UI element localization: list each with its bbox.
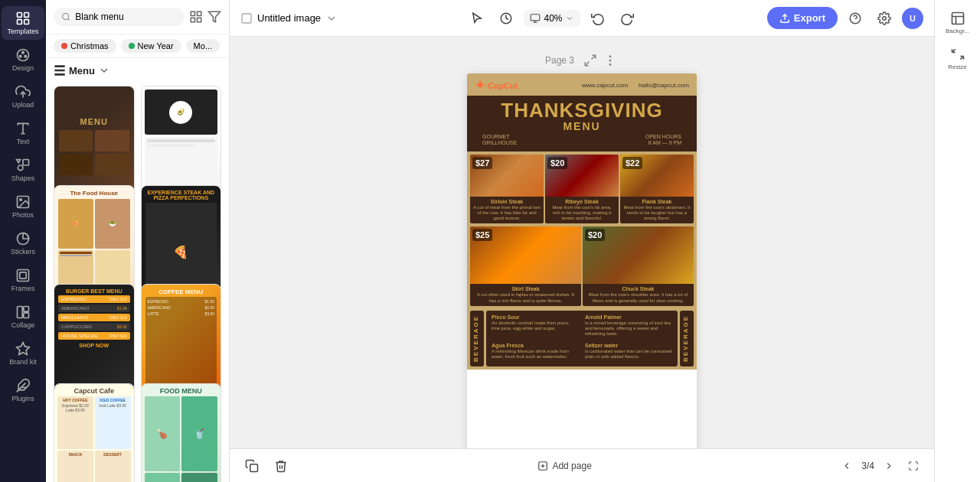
agua-name: Agua Fresca xyxy=(492,343,579,348)
svg-rect-30 xyxy=(198,18,201,22)
canvas-area: Page 3 xyxy=(230,37,934,448)
svg-point-42 xyxy=(609,60,611,61)
delete-page-btn[interactable] xyxy=(270,454,292,477)
redo-icon xyxy=(620,11,634,25)
filter-icon[interactable] xyxy=(207,10,221,24)
doc-title[interactable]: Untitled image xyxy=(240,12,338,24)
palette-icon xyxy=(15,47,31,63)
sidebar-item-design[interactable]: Design xyxy=(2,43,44,77)
search-input-wrap[interactable] xyxy=(54,8,185,26)
sirloin-desc: A cut of meat from the primal loin of th… xyxy=(473,205,541,222)
export-icon xyxy=(779,13,790,24)
svg-rect-0 xyxy=(18,13,22,18)
sidebar-item-collage[interactable]: Collage xyxy=(2,300,44,334)
sidebar-item-upload[interactable]: Upload xyxy=(2,80,44,113)
resize-panel-item[interactable]: Resize xyxy=(938,42,978,75)
beverage-label-right: BEVERAGE xyxy=(680,311,694,366)
prev-page-btn[interactable] xyxy=(837,456,857,476)
fullscreen-btn[interactable] xyxy=(903,456,923,476)
sidebar-item-text[interactable]: Text xyxy=(2,116,44,150)
timer-btn[interactable] xyxy=(495,7,518,30)
shapes-icon xyxy=(15,158,31,173)
background-panel-item[interactable]: Backgr... xyxy=(938,6,978,39)
top-bar-center: 40% xyxy=(347,7,758,30)
sidebar-label-brand: Brand kit xyxy=(9,358,37,366)
sidebar-item-photos[interactable]: Photos xyxy=(2,190,44,223)
tag-newyear[interactable]: New Year xyxy=(121,39,181,53)
sidebar-item-frames[interactable]: Frames xyxy=(2,263,44,297)
page-more-btn[interactable] xyxy=(602,52,619,69)
chevron-left-icon xyxy=(841,461,852,471)
templates-panel: Christmas New Year Mo... Menu MENU xyxy=(46,0,230,482)
templates-grid: MENU 🥑 T xyxy=(46,80,229,482)
next-page-btn[interactable] xyxy=(879,456,899,476)
help-btn[interactable] xyxy=(844,7,867,30)
export-button[interactable]: Export xyxy=(767,7,838,29)
tag-more[interactable]: Mo... xyxy=(186,39,220,53)
add-page-button[interactable]: Add page xyxy=(530,457,599,475)
zoom-control[interactable]: 40% xyxy=(524,10,580,27)
bev-item-agua: Agua Fresca A refreshing Mexican drink m… xyxy=(492,343,579,363)
sidebar-item-stickers[interactable]: Stickers xyxy=(2,226,44,260)
svg-point-15 xyxy=(20,199,21,201)
undo-btn[interactable] xyxy=(586,7,609,30)
sidebar-item-shapes[interactable]: Shapes xyxy=(2,153,44,187)
brand-icon xyxy=(15,341,31,357)
menu-item-ribeye: $20 Ribeye Steak Meat from the cow's rib… xyxy=(545,155,619,224)
cursor-icon xyxy=(470,11,484,25)
flank-price: $22 xyxy=(622,157,642,169)
sidebar-item-brand[interactable]: Brand kit xyxy=(2,337,44,370)
svg-rect-48 xyxy=(952,13,963,24)
bottom-bar: Add page 3/4 xyxy=(230,448,934,482)
layout-icon[interactable] xyxy=(189,10,203,24)
tag-christmas[interactable]: Christmas xyxy=(54,39,116,53)
skirt-name: Skirt Steak xyxy=(473,286,578,291)
flank-desc: Meat from the cow's abdomen. It tends to… xyxy=(623,205,691,222)
bev-item-seltzer: Seltzer water Is carbonated water that c… xyxy=(585,343,672,363)
svg-marker-31 xyxy=(209,11,220,22)
copy-page-btn[interactable] xyxy=(240,454,263,477)
agua-desc: A refreshing Mexican drink made from wat… xyxy=(492,349,579,360)
menu-items-top: $27 Sirloin Steak A cut of meat from the… xyxy=(467,151,697,226)
bev-item-pisco: Pisco Sour An alcoholic cocktail made fr… xyxy=(492,314,579,340)
canvas-card[interactable]: ✦ CapCut www.capcut.com hallo@capcut.com… xyxy=(467,73,697,448)
ribeye-price: $20 xyxy=(547,157,567,169)
menu-item-flank: $22 Flank Steak Meat from the cow's abdo… xyxy=(620,155,694,224)
search-bar xyxy=(46,0,229,34)
chevron-down-icon xyxy=(98,64,110,77)
ribeye-desc: Meat from the cow's rib area, rich in fa… xyxy=(548,205,616,222)
seltzer-name: Seltzer water xyxy=(585,343,672,348)
menu-category-header[interactable]: Menu xyxy=(46,58,229,80)
template-thumb-7[interactable]: Capcut Cafe HOT COFFEE Espresso $2.00Lat… xyxy=(54,383,135,483)
top-bar-right: Export U xyxy=(767,7,923,30)
sidebar-label-collage: Collage xyxy=(11,321,35,329)
chuck-name: Chuck Steak xyxy=(586,286,691,291)
menu-item-chuck: $20 Chuck Steak Meat from the cow's shou… xyxy=(583,226,694,305)
cursor-tool-btn[interactable] xyxy=(466,7,488,30)
menu-category-label: Menu xyxy=(69,65,95,77)
settings-btn[interactable] xyxy=(873,7,896,30)
gourmet-label: GOURMETGRILLHOUSE xyxy=(482,134,517,147)
collage-icon xyxy=(15,305,31,320)
page-options-btn[interactable] xyxy=(582,52,599,69)
sidebar-label-design: Design xyxy=(12,64,34,72)
sidebar-item-plugins[interactable]: Plugins xyxy=(2,373,44,407)
search-input[interactable] xyxy=(75,11,177,22)
sidebar-label-text: Text xyxy=(17,138,30,145)
undo-icon xyxy=(591,11,605,25)
svg-line-26 xyxy=(68,18,70,20)
current-page: 3 xyxy=(861,461,867,471)
template-thumb-8[interactable]: FOOD MENU 🍗 🥤 Chicken$12 xyxy=(141,383,222,483)
chevron-right-icon xyxy=(884,461,894,471)
total-pages: 4 xyxy=(869,461,874,471)
avatar[interactable]: U xyxy=(902,8,923,29)
tag-more-label: Mo... xyxy=(194,41,212,50)
sirloin-name: Sirloin Steak xyxy=(473,199,541,204)
zoom-chevron-icon xyxy=(565,14,574,23)
menu-design: ✦ CapCut www.capcut.com hallo@capcut.com… xyxy=(467,73,697,370)
sidebar-item-templates[interactable]: Templates xyxy=(2,6,44,40)
redo-btn[interactable] xyxy=(616,7,639,30)
svg-point-6 xyxy=(19,55,21,57)
ribeye-name: Ribeye Steak xyxy=(548,199,616,204)
menu-title-section: THANKSGIVING MENU GOURMETGRILLHOUSE OPEN… xyxy=(467,96,697,151)
